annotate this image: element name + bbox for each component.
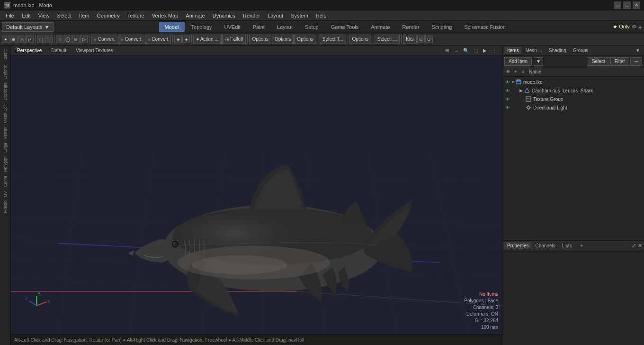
props-resize-btn[interactable]: ⤢ [632, 243, 636, 249]
eye-root[interactable]: 👁 [504, 79, 511, 85]
toolbar-btn-20[interactable]: ● Action ... [193, 35, 221, 44]
sidebar-item-edge[interactable]: Edge [3, 141, 8, 154]
props-close-btn[interactable]: ✕ [638, 243, 642, 249]
sidebar-item-deform[interactable]: Deform. [3, 62, 8, 81]
tree-item-shark[interactable]: 👁 ▶ Carcharhinus_Leucas_Shark [502, 86, 644, 95]
toolbar-btn-14[interactable]: ⬦ Convert [118, 35, 144, 44]
filter-button[interactable]: Filter [610, 57, 629, 66]
vp-tab-textures[interactable]: Viewport Textures [73, 47, 116, 54]
menu-item-item[interactable]: Item [75, 10, 93, 21]
sidebar-item-fusion[interactable]: Fusion [3, 199, 8, 215]
menu-item-edit[interactable]: Edit [18, 10, 35, 21]
toolbar-btn-29[interactable]: Options [349, 35, 371, 44]
toolbar-btn-27[interactable]: Select T... [320, 35, 346, 44]
layout-tab-paint[interactable]: Paint [247, 22, 270, 32]
tab-lists[interactable]: Lists [559, 242, 575, 249]
tree-item-root[interactable]: 👁 ▾ modo.lxo [502, 78, 644, 86]
vp-fit-btn[interactable]: ⬚ [472, 47, 479, 54]
toolbar-icon-9[interactable]: ◯ [64, 36, 72, 43]
layout-tab-animate[interactable]: Animate [365, 22, 395, 32]
eye-texture[interactable]: 👁 [504, 96, 511, 102]
vp-settings-btn[interactable]: ▶ [481, 47, 489, 54]
select-button[interactable]: Select [588, 57, 609, 66]
menu-item-help[interactable]: Help [312, 10, 331, 21]
menu-item-layout[interactable]: Layout [264, 10, 287, 21]
tab-plus[interactable]: + [577, 242, 586, 249]
toolbar-btn-33[interactable]: Kits [403, 35, 417, 44]
tab-groups[interactable]: Groups [570, 47, 591, 54]
toolbar-btn-31[interactable]: Selecti ... [375, 35, 400, 44]
toolbar-icon-8[interactable]: ○ [56, 36, 63, 43]
vp-menu-btn[interactable]: ⋮ [491, 47, 498, 54]
layout-gear[interactable]: ⚙ [632, 24, 636, 30]
tab-arrow[interactable]: ▼ [634, 47, 642, 54]
toolbar-icon-34[interactable]: ⊙ [417, 36, 425, 43]
add-header-icon[interactable]: + [512, 68, 519, 76]
sidebar-item-vertex[interactable]: Vertex [3, 125, 8, 141]
toolbar-icon-5[interactable]: ⬚ [37, 36, 45, 43]
toolbar-icon-0[interactable]: ● [2, 36, 9, 43]
toolbar-btn-23[interactable]: Options [249, 35, 271, 44]
toolbar-icon-17[interactable]: ◈ [174, 36, 182, 43]
layout-tab-uvedit[interactable]: UVEdit [219, 22, 246, 32]
close-button[interactable]: ✕ [633, 1, 640, 9]
vp-display-btn[interactable]: ○ [453, 47, 460, 54]
arrow-shark[interactable]: ▶ [519, 88, 523, 93]
layout-tab-setup[interactable]: Setup [299, 22, 324, 32]
layout-plus[interactable]: + [638, 23, 642, 31]
tab-items[interactable]: Items [504, 47, 521, 54]
layout-tab-game-tools[interactable]: Game Tools [325, 22, 365, 32]
menu-item-view[interactable]: View [35, 10, 54, 21]
minimize-button[interactable]: ─ [614, 1, 621, 9]
toolbar-icon-1[interactable]: ⊕ [10, 36, 18, 43]
tab-mesh[interactable]: Mesh ... [522, 47, 545, 54]
layout-tab-schematic-fusion[interactable]: Schematic Fusion [458, 22, 511, 32]
minus-button[interactable]: ─ [630, 57, 642, 66]
toolbar-btn-25[interactable]: Options [294, 35, 316, 44]
toolbar-icon-18[interactable]: ◈ [182, 36, 190, 43]
toolbar-icon-6[interactable]: ⬛ [45, 36, 53, 43]
menu-item-file[interactable]: File [2, 10, 18, 21]
vp-camera-btn[interactable]: 🔍 [462, 47, 470, 54]
toolbar-icon-3[interactable]: ⇄ [26, 36, 34, 43]
eye-shark[interactable]: 👁 [504, 87, 511, 94]
del-header-icon[interactable]: × [519, 68, 527, 76]
viewport-canvas[interactable]: X Y Z No Items Polygons : Face Channels:… [10, 56, 502, 335]
layout-tab-model[interactable]: Model [159, 22, 185, 32]
maximize-button[interactable]: □ [623, 1, 631, 9]
toolbar-btn-24[interactable]: Options [272, 35, 294, 44]
layout-tab-topology[interactable]: Topology [186, 22, 218, 32]
tab-channels[interactable]: Channels [533, 242, 558, 249]
menu-item-system[interactable]: System [287, 10, 312, 21]
layout-tab-layout[interactable]: Layout [271, 22, 298, 32]
menu-item-texture[interactable]: Texture [124, 10, 148, 21]
eye-light[interactable]: 👁 [504, 104, 511, 111]
toolbar-btn-13[interactable]: ⬦ Convert [91, 35, 117, 44]
arrow-root[interactable]: ▾ [512, 80, 514, 84]
layout-tab-scripting[interactable]: Scripting [426, 22, 458, 32]
toolbar-icon-10[interactable]: ⊙ [72, 36, 80, 43]
menu-item-geometry[interactable]: Geometry [93, 10, 123, 21]
toolbar-icon-2[interactable]: △ [18, 36, 26, 43]
toolbar-icon-35[interactable]: U [425, 36, 433, 43]
sidebar-item-polygon[interactable]: Polygon [3, 154, 8, 174]
menu-item-vertex map[interactable]: Vertex Map [148, 10, 182, 21]
menu-item-animate[interactable]: Animate [182, 10, 208, 21]
sidebar-item-mesh edit[interactable]: Mesh Edit [3, 102, 8, 125]
menu-item-select[interactable]: Select [53, 10, 75, 21]
layout-star[interactable]: ★ Only [613, 24, 630, 30]
layout-tab-render[interactable]: Render [397, 22, 425, 32]
sidebar-item-basic[interactable]: Basic [3, 47, 8, 62]
sidebar-item-uv[interactable]: UV [3, 189, 8, 199]
sidebar-item-duplicate[interactable]: Duplicate [3, 81, 8, 102]
toolbar-icon-11[interactable]: ▷ [80, 36, 88, 43]
toolbar-btn-21[interactable]: ◎ Falloff [222, 35, 246, 44]
layout-preset-dropdown[interactable]: Default Layouts ▼ [2, 22, 54, 32]
tab-shading[interactable]: Shading [546, 47, 569, 54]
tree-item-light[interactable]: 👁 Directional Light [502, 103, 644, 112]
toolbar-btn-15[interactable]: ⬦ Convert [145, 35, 171, 44]
add-item-dropdown[interactable]: ▼ [534, 57, 543, 66]
sidebar-item-curve[interactable]: Curve [3, 174, 8, 189]
menu-item-render[interactable]: Render [239, 10, 264, 21]
tree-item-texture-group[interactable]: 👁 Texture Group [502, 95, 644, 103]
